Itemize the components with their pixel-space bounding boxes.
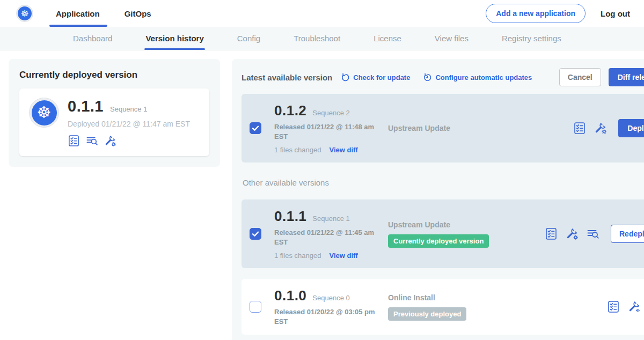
add-new-application-button[interactable]: Add a new application [486,4,586,23]
tab-license[interactable]: License [374,27,401,50]
version-row-0-1-0: 0.1.0 Sequence 0 Released 01/20/22 @ 03:… [241,279,644,335]
refresh-icon [341,73,350,82]
files-changed-label: 1 files changed [274,146,321,154]
tab-config[interactable]: Config [237,27,260,50]
checkmark-icon [251,229,260,239]
check-for-update-button[interactable]: Check for update [341,73,410,82]
latest-available-title: Latest available version [241,73,332,82]
check-for-update-label: Check for update [353,73,410,82]
top-tab-gitops[interactable]: GitOps [125,0,151,27]
deploy-logs-icon[interactable] [86,135,98,147]
deployed-sequence-label: Sequence 1 [110,105,147,113]
preflight-checks-icon[interactable] [68,135,80,147]
released-timestamp: Released 01/21/22 @ 11:45 am EST [274,228,382,247]
sequence-label: Sequence 1 [312,215,349,223]
preflight-checks-icon[interactable] [607,300,620,313]
top-tab-gitops-label: GitOps [125,9,151,18]
files-changed-label: 1 files changed [274,252,321,260]
deployed-version-card: ☸ 0.1.1 Sequence 1 Deployed 01/21/22 @ 1… [19,88,209,156]
view-diff-link[interactable]: View diff [329,146,357,154]
kubernetes-app-icon: ☸ [32,100,57,125]
checkmark-icon [251,123,260,133]
diff-releases-button[interactable]: Diff releases [609,68,644,86]
sequence-label: Sequence 0 [312,294,349,302]
deployed-version-number: 0.1.1 [68,98,104,115]
sequence-label: Sequence 2 [312,109,349,117]
currently-deployed-title: Currently deployed version [19,70,209,80]
previously-deployed-badge: Previously deployed [388,307,466,321]
view-config-icon[interactable] [628,300,641,313]
other-available-versions-label: Other available versions [243,178,644,187]
checkmark-icon [251,302,260,312]
top-tab-application-label: Application [56,9,100,18]
version-source-label: Upstream Update [388,124,545,132]
tab-registry-settings[interactable]: Registry settings [502,27,561,50]
configure-automatic-updates-label: Configure automatic updates [435,73,532,82]
top-nav: ☸ Application GitOps Add a new applicati… [0,0,644,27]
tab-troubleshoot[interactable]: Troubleshoot [294,27,340,50]
version-number: 0.1.0 [274,287,306,304]
version-source-label: Upstream Update [388,220,545,229]
released-timestamp: Released 01/20/22 @ 03:05 pm EST [274,307,382,326]
preflight-checks-icon[interactable] [545,227,558,240]
top-tab-application[interactable]: Application [56,0,100,27]
cancel-button[interactable]: Cancel [559,68,601,86]
deployed-timestamp: Deployed 01/21/22 @ 11:47 am EST [68,120,190,128]
version-number: 0.1.1 [274,208,306,225]
version-row-0-1-1: 0.1.1 Sequence 1 Released 01/21/22 @ 11:… [241,199,644,268]
edit-config-icon[interactable] [594,122,607,135]
preflight-checks-icon[interactable] [573,122,586,135]
tab-dashboard[interactable]: Dashboard [73,27,112,50]
version-row-0-1-2: 0.1.2 Sequence 2 Released 01/21/22 @ 11:… [241,94,644,162]
released-timestamp: Released 01/21/22 @ 11:48 am EST [274,122,382,141]
redeploy-button[interactable]: Redeploy [611,225,644,243]
edit-config-icon[interactable] [104,135,116,147]
logout-button[interactable]: Log out [601,9,630,18]
auto-update-clock-icon [423,73,432,82]
kubernetes-logo-icon: ☸ [18,6,32,20]
tab-view-files[interactable]: View files [435,27,469,50]
version-number: 0.1.2 [274,102,306,119]
currently-deployed-panel: Currently deployed version ☸ 0.1.1 Seque… [9,59,220,167]
version-source-label: Online Install [388,293,545,302]
deploy-button[interactable]: Deploy [618,119,644,137]
kubernetes-logo-ring: ☸ [16,5,33,22]
version-checkbox[interactable] [250,301,261,313]
app-icon-badge: ☸ [29,98,59,128]
app-logo[interactable]: ☸ [16,0,33,27]
version-checkbox[interactable] [250,122,261,134]
edit-config-icon[interactable] [566,227,579,240]
deploy-logs-icon[interactable] [587,227,599,240]
view-diff-link[interactable]: View diff [329,252,357,260]
configure-automatic-updates-button[interactable]: Configure automatic updates [423,73,532,82]
currently-deployed-badge: Currently deployed version [388,234,489,248]
app-sub-nav: Dashboard Version history Config Trouble… [0,27,644,50]
version-history-panel: Latest available version Check for updat… [232,59,644,340]
tab-version-history[interactable]: Version history [145,27,203,50]
version-checkbox[interactable] [250,228,261,240]
